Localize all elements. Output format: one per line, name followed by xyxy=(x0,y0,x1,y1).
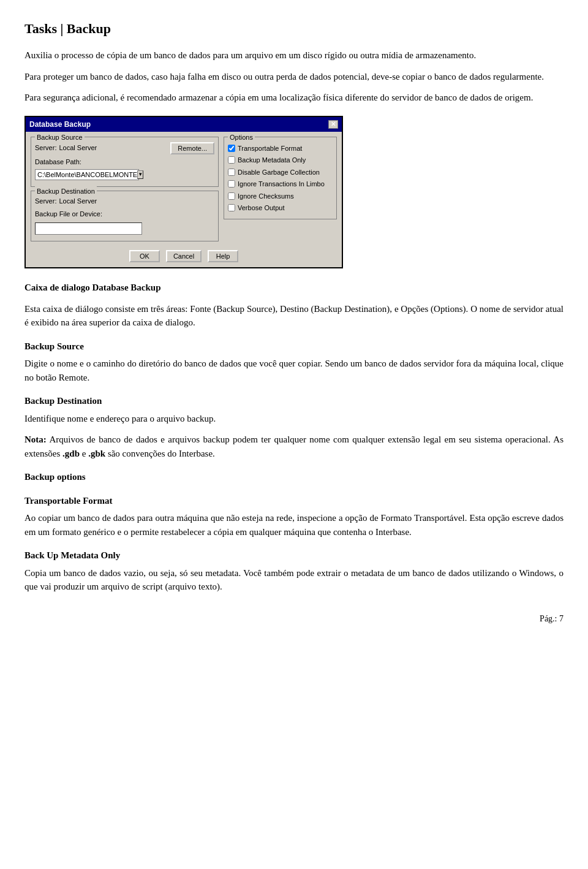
ok-button[interactable]: OK xyxy=(129,250,160,262)
backup-source-content: Server: Local Server Remote... Database … xyxy=(35,142,214,181)
help-button[interactable]: Help xyxy=(208,250,238,262)
option-disable-gc: Disable Garbage Collection xyxy=(228,167,333,178)
backup-destination-group: Backup Destination Server: Local Server … xyxy=(31,191,219,241)
note-paragraph: Nota: Arquivos de banco de dados e arqui… xyxy=(24,433,564,460)
option-ignore-limbo: Ignore Transactions In Limbo xyxy=(228,179,333,189)
cancel-button[interactable]: Cancel xyxy=(166,250,202,262)
intro-paragraph-1: Auxilia o processo de cópia de um banco … xyxy=(24,48,564,63)
note-label: Nota: xyxy=(24,435,47,444)
backup-destination-label: Backup Destination xyxy=(35,186,97,197)
transportable-body: Ao copiar um banco de dados para outra m… xyxy=(24,511,564,539)
note-and: e xyxy=(80,449,88,458)
db-path-input-row: C:\BelMonte\BANCOBELMONTE ▼ xyxy=(35,169,214,180)
backup-options-heading: Backup options xyxy=(24,470,564,484)
backup-source-group: Backup Source Server: Local Server Remot… xyxy=(31,137,219,188)
metadata-body: Copia um banco de dados vazio, ou seja, … xyxy=(24,566,564,594)
intro-paragraph-3: Para segurança adicional, é recomendado … xyxy=(24,91,564,105)
dialog-wrapper: Database Backup ✕ Backup Source Server: … xyxy=(24,116,564,269)
transportable-heading: Transportable Format xyxy=(24,494,564,508)
server-value: Local Server xyxy=(59,143,97,153)
backup-destination-content: Server: Local Server Backup File or Devi… xyxy=(35,196,214,235)
dialog-title-bar: Database Backup ✕ xyxy=(26,117,342,132)
option-transportable: Transportable Format xyxy=(228,143,333,154)
db-path-row: Database Path: xyxy=(35,157,214,167)
ignore-checksums-label: Ignore Checksums xyxy=(238,191,294,202)
dialog-description-heading: Caixa de dialogo Database Backup xyxy=(24,281,564,295)
db-path-value: C:\BelMonte\BANCOBELMONTE xyxy=(37,170,137,180)
options-list: Transportable Format Backup Metadata Onl… xyxy=(228,143,333,213)
server-label: Server: xyxy=(35,143,56,153)
note-gbk: .gbk xyxy=(88,449,105,458)
backup-destination-heading: Backup Destination xyxy=(24,394,564,408)
backup-file-input-row xyxy=(35,221,214,235)
metadata-only-label: Backup Metadata Only xyxy=(238,155,306,165)
dialog-body: Backup Source Server: Local Server Remot… xyxy=(26,132,342,247)
dialog-title: Database Backup xyxy=(29,119,91,130)
transportable-checkbox[interactable] xyxy=(228,145,235,152)
backup-file-input[interactable] xyxy=(35,222,142,235)
database-backup-dialog: Database Backup ✕ Backup Source Server: … xyxy=(24,116,343,269)
dropdown-arrow-icon[interactable]: ▼ xyxy=(137,170,143,179)
disable-gc-label: Disable Garbage Collection xyxy=(238,167,320,178)
options-group: Options Transportable Format Backup Meta… xyxy=(224,137,337,219)
verbose-checkbox[interactable] xyxy=(228,204,235,211)
dialog-buttons: OK Cancel Help xyxy=(26,246,342,267)
server-row: Server: Local Server Remote... xyxy=(35,142,214,154)
ignore-limbo-checkbox[interactable] xyxy=(228,180,235,188)
note-gdb: .gdb xyxy=(62,449,80,458)
metadata-heading: Back Up Metadata Only xyxy=(24,548,564,563)
metadata-only-checkbox[interactable] xyxy=(228,156,235,164)
db-path-label: Database Path: xyxy=(35,157,81,167)
backup-file-label: Backup File or Device: xyxy=(35,209,102,219)
option-verbose: Verbose Output xyxy=(228,203,333,213)
option-ignore-checksums: Ignore Checksums xyxy=(228,191,333,202)
disable-gc-checkbox[interactable] xyxy=(228,169,235,176)
intro-paragraph-2: Para proteger um banco de dados, caso ha… xyxy=(24,70,564,84)
dialog-right-column: Options Transportable Format Backup Meta… xyxy=(224,137,337,242)
backup-source-heading: Backup Source xyxy=(24,340,564,354)
backup-source-body: Digite o nome e o caminho do diretório d… xyxy=(24,357,564,384)
verbose-label: Verbose Output xyxy=(238,203,284,213)
dialog-left-column: Backup Source Server: Local Server Remot… xyxy=(31,137,219,242)
remote-button[interactable]: Remote... xyxy=(170,142,214,154)
db-path-dropdown[interactable]: C:\BelMonte\BANCOBELMONTE ▼ xyxy=(35,169,139,180)
options-label: Options xyxy=(228,132,255,143)
dest-server-label: Server: xyxy=(35,196,56,207)
backup-file-row: Backup File or Device: xyxy=(35,209,214,219)
transportable-label: Transportable Format xyxy=(238,143,302,154)
dialog-description-heading-text: Caixa de dialogo Database Backup xyxy=(24,283,161,292)
ignore-checksums-checkbox[interactable] xyxy=(228,192,235,200)
note-text2: são convenções do Interbase. xyxy=(105,449,215,458)
close-button[interactable]: ✕ xyxy=(328,120,338,129)
dest-server-row: Server: Local Server xyxy=(35,196,214,207)
ignore-limbo-label: Ignore Transactions In Limbo xyxy=(238,179,325,189)
backup-source-label: Backup Source xyxy=(35,132,85,143)
page-number: Pág.: 7 xyxy=(24,612,564,625)
page-title: Tasks | Backup xyxy=(24,18,564,39)
option-metadata-only: Backup Metadata Only xyxy=(228,155,333,165)
dest-server-value: Local Server xyxy=(59,196,97,207)
backup-destination-body: Identifique nome e endereço para o arqui… xyxy=(24,412,564,426)
dialog-description-text: Esta caixa de diálogo consiste em três á… xyxy=(24,302,564,330)
